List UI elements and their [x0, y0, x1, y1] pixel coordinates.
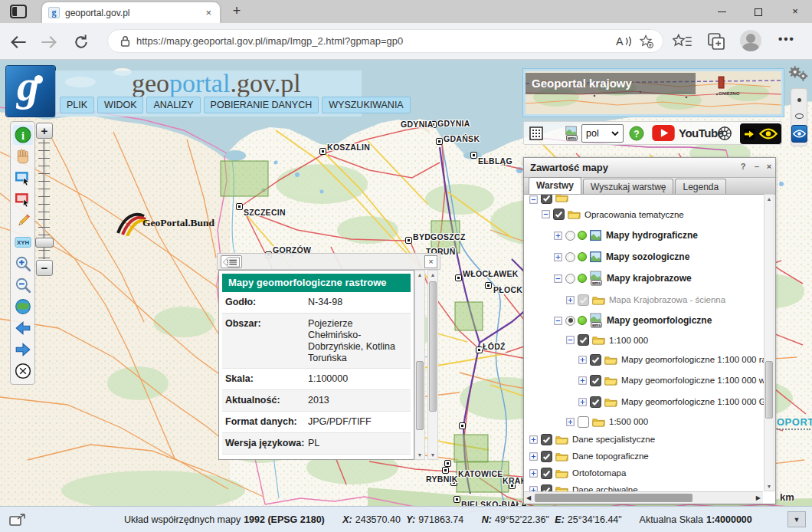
add-favorite-icon[interactable] — [638, 34, 655, 48]
read-aloud-icon[interactable]: A — [615, 34, 632, 48]
expand-icon[interactable] — [529, 452, 538, 461]
forward-button[interactable] — [40, 34, 58, 51]
menu-plik[interactable]: PLIK — [60, 97, 94, 113]
layer-checkbox[interactable] — [541, 434, 552, 445]
next-view-tool[interactable] — [13, 340, 33, 360]
profile-avatar[interactable] — [740, 30, 761, 51]
dock-toggle-icon[interactable] — [8, 512, 29, 527]
menu-pobieranie-danych[interactable]: POBIERANIE DANYCH — [204, 97, 319, 113]
layer-label[interactable]: 1:500 000 — [609, 417, 648, 426]
layer-label[interactable]: Mapy geomorfologiczne — [607, 315, 712, 326]
collapse-icon[interactable] — [566, 336, 575, 344]
collapse-icon[interactable] — [554, 317, 562, 325]
full-extent-tool[interactable] — [13, 297, 33, 317]
font-size-small-button[interactable] — [797, 98, 801, 102]
youtube-link[interactable]: YouTube — [652, 125, 723, 141]
popup-titlebar[interactable]: × — [217, 253, 440, 270]
overview-minimap[interactable]: Geoportal krajowy GNIEZNO — [523, 69, 784, 117]
layer-label[interactable]: Mapy sozologiczne — [606, 251, 689, 262]
zoom-slider-handle[interactable] — [35, 238, 54, 248]
help-icon[interactable]: ? — [629, 126, 644, 141]
statusbar-collapse-button[interactable]: ▼ — [787, 511, 806, 527]
panel-minimize-button[interactable]: – — [751, 161, 763, 173]
url-bar[interactable]: https://mapy.geoportal.gov.pl/imap/Imgp_… — [107, 29, 663, 53]
layer-checkbox[interactable] — [578, 416, 589, 428]
menu-analizy[interactable]: ANALIZY — [146, 97, 200, 113]
collections-icon[interactable] — [706, 32, 726, 51]
popup-back-to-list-button[interactable] — [221, 255, 242, 268]
layer-checkbox[interactable] — [590, 396, 601, 408]
expand-icon[interactable] — [529, 469, 538, 478]
expand-icon[interactable] — [578, 356, 587, 364]
menu-widok[interactable]: WIDOK — [97, 97, 143, 113]
layer-label[interactable]: Mapy hydrograficzne — [606, 230, 698, 241]
layer-radio[interactable] — [565, 274, 575, 284]
composition-grid-icon[interactable] — [529, 126, 544, 141]
layer-label[interactable]: Mapy geomorfologiczne 1:100 000 we — [621, 376, 765, 385]
back-button[interactable] — [9, 34, 28, 51]
layer-checkbox[interactable] — [578, 294, 589, 306]
tab-workspaces-icon[interactable] — [10, 5, 27, 18]
wheel-icon[interactable] — [717, 126, 732, 141]
panel-horizontal-scrollbar[interactable]: ◀▶ — [524, 491, 763, 504]
previous-view-tool[interactable] — [13, 318, 33, 338]
select-rectangle-tool[interactable] — [13, 168, 33, 188]
layer-checkbox[interactable] — [578, 334, 589, 346]
expand-icon[interactable] — [566, 296, 575, 304]
zoom-out-button[interactable]: − — [36, 260, 53, 276]
layer-label[interactable]: 1:100 000 — [609, 336, 648, 345]
zoom-out-tool[interactable] — [13, 275, 33, 295]
window-maximize-button[interactable] — [743, 0, 774, 23]
draw-tool[interactable] — [13, 211, 33, 231]
collapse-icon[interactable] — [554, 274, 562, 283]
settings-gears-icon[interactable] — [787, 65, 809, 82]
layer-label[interactable]: Mapa Krajobrazowa - ścienna — [609, 295, 725, 304]
layer-checkbox[interactable] — [590, 354, 601, 366]
collapse-icon[interactable] — [542, 210, 550, 218]
layer-label[interactable]: Ortofotomapa — [572, 468, 626, 478]
pan-tool[interactable] — [13, 146, 33, 166]
expand-icon[interactable] — [578, 398, 587, 406]
deselect-rectangle-tool[interactable] — [13, 189, 33, 209]
layer-checkbox[interactable] — [541, 468, 552, 479]
accessibility-contrast-badge[interactable] — [740, 123, 781, 144]
browser-menu-button[interactable]: ••• — [778, 32, 795, 45]
font-size-large-button[interactable] — [795, 113, 804, 119]
coordinates-xyh-tool[interactable]: XYH — [13, 232, 33, 252]
tab-close-button[interactable]: × — [203, 7, 214, 18]
tab-legenda[interactable]: Legenda — [675, 179, 726, 194]
contrast-toggle-button[interactable] — [791, 125, 807, 143]
layer-radio[interactable] — [565, 252, 575, 262]
refresh-button[interactable] — [72, 34, 90, 51]
layer-label[interactable]: Mapy geomorfologiczne 1:100 000 ra — [621, 355, 765, 364]
panel-help-button[interactable]: ? — [737, 161, 749, 173]
expand-icon[interactable] — [554, 253, 562, 261]
layer-label[interactable]: Dane topograficzne — [572, 452, 649, 461]
layer-label[interactable]: Mapy krajobrazowe — [607, 273, 692, 284]
expand-icon[interactable] — [529, 435, 538, 444]
expand-icon[interactable] — [554, 232, 562, 240]
layer-radio[interactable] — [565, 316, 575, 326]
wms-services-icon[interactable]: wms — [564, 126, 579, 141]
browser-tab[interactable]: g geoportal.gov.pl × — [42, 2, 220, 23]
layer-label[interactable]: Mapy geomorfologiczne 1:100 000 GI — [621, 397, 765, 406]
zoom-in-tool[interactable] — [13, 254, 33, 274]
window-close-button[interactable]: × — [780, 0, 810, 23]
expand-icon[interactable] — [566, 418, 575, 426]
layer-checkbox[interactable] — [541, 195, 552, 204]
menu-wyszukiwania[interactable]: WYSZUKIWANIA — [322, 97, 410, 113]
tab-wyszukaj-warstwę[interactable]: Wyszukaj warstwę — [583, 179, 674, 194]
layer-label[interactable]: Dane specjalistyczne — [572, 435, 655, 444]
panel-vertical-scrollbar[interactable]: ▲▼ — [764, 194, 774, 491]
expand-icon[interactable] — [578, 376, 587, 385]
panel-header[interactable]: Zawartość mapy ? – × — [524, 158, 775, 178]
favorites-bar-icon[interactable] — [673, 32, 692, 51]
layer-radio[interactable] — [565, 231, 575, 241]
clear-tool[interactable] — [13, 361, 33, 381]
language-select[interactable]: pol — [581, 124, 624, 143]
window-minimize-button[interactable] — [706, 0, 737, 23]
popup-outer-scrollbar[interactable]: ▲▼ — [427, 270, 438, 460]
url-text[interactable]: https://mapy.geoportal.gov.pl/imap/Imgp_… — [136, 35, 609, 47]
zoom-in-button[interactable]: + — [36, 123, 53, 139]
new-tab-button[interactable]: + — [228, 3, 246, 19]
